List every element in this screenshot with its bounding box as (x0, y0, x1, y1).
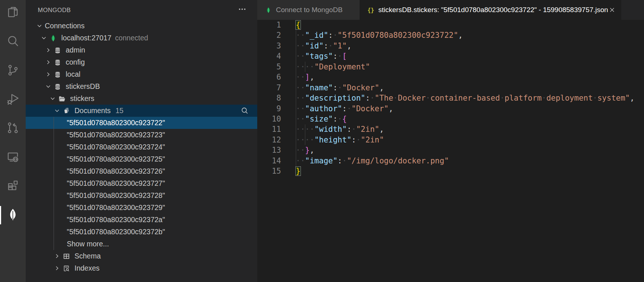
tree-item-config[interactable]: config (26, 56, 257, 68)
tree-item-label: "5f501d0780a802300c923722" (67, 119, 165, 127)
indexes-icon (62, 264, 70, 272)
code-text: ····"Deployment" (296, 62, 370, 72)
activity-bar-item-source-control[interactable] (0, 56, 26, 85)
line-number: 1 (257, 20, 281, 30)
code-text: ··"tags":·[ (296, 51, 347, 61)
line-number: 6 (257, 72, 281, 82)
code-line-6: 6··], (257, 72, 644, 82)
chevron-down-icon[interactable] (47, 93, 58, 105)
tree-item-5f501d0780a802300c923724[interactable]: "5f501d0780a802300c923724" (26, 141, 257, 153)
editor-tabs: Connect to MongoDB{}stickersDB.stickers:… (257, 0, 644, 20)
schema-icon (62, 252, 70, 260)
chevron-down-icon[interactable] (39, 32, 49, 44)
chevron-down-icon[interactable] (52, 105, 62, 117)
line-number: 12 (257, 135, 281, 145)
close-tab-button[interactable] (608, 6, 616, 14)
tree-item-stickers[interactable]: stickers (26, 93, 257, 105)
line-number: 9 (257, 104, 281, 114)
tree-item-label: Schema (74, 252, 101, 260)
database-icon (54, 58, 62, 66)
line-number: 10 (257, 114, 281, 124)
code-text: { (296, 20, 301, 30)
activity-bar-item-explorer[interactable] (0, 0, 26, 28)
tree-item-5f501d0780a802300c923729[interactable]: "5f501d0780a802300c923729" (26, 202, 257, 214)
mongodb-leaf-icon (265, 7, 272, 14)
database-icon (54, 70, 62, 79)
tree-item-5f501d0780a802300c923727[interactable]: "5f501d0780a802300c923727" (26, 177, 257, 189)
remote-explorer-icon (6, 150, 20, 165)
tree-item-5f501d0780a802300c923723[interactable]: "5f501d0780a802300c923723" (26, 129, 257, 141)
tree-item-5f501d0780a802300c923728[interactable]: "5f501d0780a802300c923728" (26, 189, 257, 202)
twistie-spacer (56, 129, 67, 141)
tree-item-label: "5f501d0780a802300c923728" (67, 191, 165, 200)
chevron-right-icon[interactable] (43, 56, 54, 68)
chevron-right-icon[interactable] (43, 44, 54, 56)
database-icon (54, 46, 62, 54)
activity-bar-item-run-and-debug[interactable] (0, 85, 26, 114)
tree-item-label: Show more... (67, 240, 109, 248)
tree-item-admin[interactable]: admin (26, 44, 257, 56)
chevron-down-icon[interactable] (34, 20, 45, 32)
editor-tab-1[interactable]: Connect to MongoDB (257, 0, 360, 20)
chevron-right-icon[interactable] (52, 262, 62, 274)
tree-item-label: config (66, 58, 85, 66)
code-line-7: 7··"name":·"Docker", (257, 83, 644, 93)
tree-item-connections[interactable]: Connections (26, 20, 257, 32)
tree-item-localhost-27017[interactable]: localhost:27017connected (26, 32, 257, 44)
activity-bar-item-github-pull-requests[interactable] (0, 114, 26, 143)
code-line-3: 3··"id":·"1", (257, 41, 644, 51)
line-number: 3 (257, 41, 281, 51)
activity-bar-item-remote-explorer[interactable] (0, 143, 26, 172)
code-line-1: 1{ (257, 20, 644, 30)
tree-item-label: "5f501d0780a802300c923726" (67, 167, 165, 176)
document-count-badge: 15 (116, 106, 124, 115)
tree-item-5f501d0780a802300c923722[interactable]: "5f501d0780a802300c923722" (26, 117, 257, 129)
tree-item-label: stickersDB (66, 82, 100, 91)
tree-item-local[interactable]: local (26, 68, 257, 80)
tree-item-indexes[interactable]: Indexes (26, 262, 257, 274)
json-editor[interactable]: 1{2··"_id":·"5f501d0780a802300c923722",3… (257, 20, 644, 282)
line-number: 2 (257, 30, 281, 40)
tree-item-schema[interactable]: Schema (26, 250, 257, 262)
activity-bar-item-search[interactable] (0, 28, 26, 57)
tree-item-5f501d0780a802300c923726[interactable]: "5f501d0780a802300c923726" (26, 165, 257, 177)
code-text: ····"width":·"2in", (296, 124, 384, 134)
activity-bar-item-mongodb[interactable] (0, 201, 26, 230)
tree-item-5f501d0780a802300c92372a[interactable]: "5f501d0780a802300c92372a" (26, 214, 257, 226)
chevron-right-icon[interactable] (52, 250, 62, 262)
code-text: } (296, 166, 301, 176)
line-number: 13 (257, 145, 281, 155)
mongodb-leaf-icon (49, 34, 57, 42)
editor-indent-guide (296, 30, 296, 166)
vscode-window: MONGODB Connectionslocalhost:27017connec… (0, 0, 644, 282)
chevron-down-icon[interactable] (43, 80, 54, 93)
search-documents-button[interactable] (240, 106, 249, 115)
tree-item-label: Connections (45, 22, 84, 30)
tree-item-show-more[interactable]: Show more... (26, 238, 257, 250)
twistie-spacer (56, 141, 67, 153)
pull-request-icon (6, 121, 20, 136)
mongodb-leaf-icon (6, 207, 20, 223)
editor-indent-guide (305, 124, 305, 145)
line-number: 8 (257, 93, 281, 103)
code-text: ··"image":·"/img/logo/docker.png" (296, 156, 449, 166)
code-line-13: 13··}, (257, 145, 644, 155)
ellipsis-icon (237, 4, 247, 15)
folder-open-icon (58, 95, 66, 103)
tree-item-documents[interactable]: Documents15 (26, 105, 257, 117)
twistie-spacer (56, 165, 67, 177)
tree-item-5f501d0780a802300c92372b[interactable]: "5f501d0780a802300c92372b" (26, 226, 257, 238)
twistie-spacer (56, 214, 67, 226)
line-number: 7 (257, 83, 281, 93)
chevron-right-icon[interactable] (43, 68, 54, 80)
more-actions-button[interactable] (237, 4, 247, 15)
code-line-8: 8··"description":·"The·Docker·container-… (257, 93, 644, 103)
editor-tab-2[interactable]: {}stickersDB.stickers: "5f501d0780a80230… (360, 0, 621, 20)
editor-group: Connect to MongoDB{}stickersDB.stickers:… (257, 0, 644, 282)
tree-item-stickersdb[interactable]: stickersDB (26, 80, 257, 93)
code-line-5: 5····"Deployment" (257, 62, 644, 72)
search-icon (6, 34, 20, 50)
twistie-spacer (56, 177, 67, 189)
tree-item-5f501d0780a802300c923725[interactable]: "5f501d0780a802300c923725" (26, 153, 257, 165)
activity-bar-item-extensions[interactable] (0, 172, 26, 201)
